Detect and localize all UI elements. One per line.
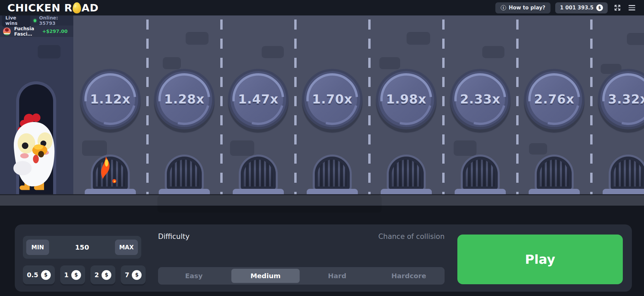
max-bet-button[interactable]: MAX [115, 240, 138, 255]
multiplier-label: 1.12x [90, 92, 130, 107]
live-wins-tab[interactable]: Live wins [2, 14, 30, 27]
game-board: 1.12x 1.28x [0, 15, 644, 194]
logo-text-suffix: AD [81, 2, 99, 14]
chip-value: 0.5 [27, 271, 38, 279]
sewer-grate [537, 157, 572, 189]
sewer-grate [167, 157, 202, 189]
multiplier-disc: 1.28x [159, 74, 209, 124]
info-icon: i [501, 5, 506, 10]
play-button[interactable]: Play [457, 235, 623, 284]
chicken-road-app: 1.12x 1.28x [0, 0, 644, 296]
bet-chip-button[interactable]: 7 $ [121, 265, 146, 284]
lane: 1.28x [147, 15, 221, 194]
bet-chip-button[interactable]: 2 $ [90, 265, 115, 284]
chicken-character [7, 110, 58, 194]
chip-value: 2 [94, 271, 99, 279]
egg-icon [73, 2, 81, 13]
difficulty-label: Difficulty [158, 232, 190, 241]
fullscreen-icon [614, 4, 621, 11]
flame-icon [98, 155, 119, 187]
difficulty-option-hardcore[interactable]: Hardcore [375, 269, 443, 283]
live-win-entry: Fuchsia Fasci… +$297.00 [0, 26, 73, 37]
multiplier-disc: 2.33x [455, 74, 505, 124]
start-zone [0, 15, 73, 194]
chance-of-collision-label: Chance of collision [310, 232, 445, 241]
fullscreen-button[interactable] [612, 3, 622, 13]
sewer-grate [315, 157, 350, 189]
sewer-grate [611, 157, 644, 189]
multiplier-label: 3.32x [608, 92, 644, 107]
grate-base [307, 189, 358, 194]
grate-base [159, 189, 210, 194]
grate-base [603, 189, 644, 194]
multiplier-label: 1.28x [164, 92, 204, 107]
bet-amount-box: MIN 150 MAX [23, 236, 141, 259]
lane: 3.32x [591, 15, 644, 194]
multiplier-disc: 2.76x [529, 74, 579, 124]
multiplier-disc: 3.32x [603, 74, 644, 124]
multiplier-disc: 1.12x [85, 74, 135, 124]
online-counter: Online: 35793 [34, 15, 71, 26]
sewer-grate [241, 157, 276, 189]
dollar-coin-icon: $ [596, 4, 603, 11]
dollar-coin-icon: $ [41, 270, 51, 280]
grate-base [233, 189, 284, 194]
menu-button[interactable] [627, 4, 637, 12]
min-bet-button[interactable]: MIN [26, 240, 49, 255]
difficulty-selector: EasyMediumHardHardcore [158, 267, 445, 285]
control-panel: MIN 150 MAX 0.5 $ 1 $ 2 $ 7 $ Difficulty… [15, 224, 632, 292]
balance-display[interactable]: 1 001 393.5 $ [555, 2, 608, 13]
multiplier-label: 2.76x [534, 92, 574, 107]
bet-chip-button[interactable]: 1 $ [60, 265, 85, 284]
multiplier-disc: 1.47x [233, 74, 283, 124]
bet-amount-value[interactable]: 150 [75, 243, 89, 251]
grate-base [529, 189, 580, 194]
multiplier-label: 1.70x [312, 92, 352, 107]
lane: 1.12x [73, 15, 147, 194]
curb-strip [0, 194, 644, 206]
sewer-grate [463, 157, 498, 189]
logo-text-prefix: CHICKEN R [7, 2, 72, 14]
difficulty-option-easy[interactable]: Easy [160, 269, 228, 283]
player-avatar [3, 28, 11, 35]
online-label: Online: 35793 [39, 15, 71, 26]
lane: 1.70x [295, 15, 369, 194]
grate-base [455, 189, 506, 194]
dollar-coin-icon: $ [132, 270, 142, 280]
multiplier-disc: 1.70x [307, 74, 357, 124]
dollar-coin-icon: $ [71, 270, 81, 280]
online-dot-icon [34, 19, 36, 22]
multiplier-disc: 1.98x [381, 74, 431, 124]
win-amount: +$297.00 [42, 29, 71, 34]
sewer-grate [389, 157, 424, 189]
top-bar-actions: i How to play? 1 001 393.5 $ [495, 2, 637, 13]
top-bar: CHICKEN R AD i How to play? 1 001 393.5 … [0, 0, 644, 15]
chip-value: 7 [125, 271, 129, 279]
lane: 2.76x [517, 15, 591, 194]
difficulty-option-medium[interactable]: Medium [231, 269, 300, 283]
live-wins-header: Live wins Online: 35793 [0, 15, 73, 26]
balance-value: 1 001 393.5 [560, 5, 594, 11]
road-patch [38, 45, 61, 58]
lanes: 1.12x 1.28x [73, 15, 644, 194]
dollar-coin-icon: $ [102, 270, 111, 280]
lane: 1.98x [369, 15, 443, 194]
lane: 2.33x [443, 15, 517, 194]
multiplier-label: 1.98x [386, 92, 426, 107]
bet-chip-button[interactable]: 0.5 $ [23, 265, 55, 284]
live-wins-sidebar: Live wins Online: 35793 Fuchsia Fasci… +… [0, 15, 73, 37]
difficulty-option-hard[interactable]: Hard [303, 269, 371, 283]
how-to-play-button[interactable]: i How to play? [495, 2, 551, 13]
how-to-play-label: How to play? [509, 5, 545, 11]
multiplier-label: 2.33x [460, 92, 500, 107]
logo: CHICKEN R AD [7, 2, 99, 14]
grate-base [381, 189, 432, 194]
lane: 1.47x [221, 15, 295, 194]
quick-bet-chips: 0.5 $ 1 $ 2 $ 7 $ [23, 265, 146, 284]
grate-base [85, 189, 136, 194]
multiplier-label: 1.47x [238, 92, 278, 107]
player-name: Fuchsia Fasci… [14, 26, 39, 37]
chip-value: 1 [64, 271, 69, 279]
